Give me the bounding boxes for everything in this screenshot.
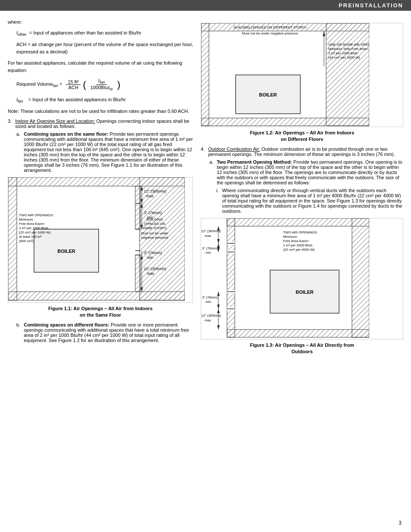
figure-1-2-diagram: BUILDING (SPACES ON DIFFERENT STORY) Mus… bbox=[201, 23, 403, 127]
svg-text:Must not be under negative pre: Must not be under negative pressure bbox=[242, 31, 299, 35]
figure-1-1-diagram: BOILER 12" (305mm) max 3" (76mm) min bbox=[8, 177, 193, 303]
formula-inner-num: Ifan bbox=[97, 78, 107, 85]
svg-rect-59 bbox=[227, 218, 369, 226]
svg-text:Free Area Each=: Free Area Each= bbox=[19, 222, 45, 226]
svg-marker-86 bbox=[217, 309, 220, 313]
svg-marker-82 bbox=[217, 305, 220, 309]
svg-text:BUILDING: BUILDING bbox=[146, 218, 163, 221]
page-content: where: Iother = Input of appliances othe… bbox=[0, 11, 411, 363]
where-label: where: bbox=[8, 19, 193, 26]
item-3b-label: b. bbox=[16, 322, 20, 343]
svg-text:2 in² per 1000 Btuh: 2 in² per 1000 Btuh bbox=[328, 51, 358, 55]
figure-1-3-diagram: BOILER TWO AIR OPENINGS: Minimum Free Ar… bbox=[201, 218, 403, 339]
formula-fraction: 15 ft³ ACH bbox=[66, 79, 80, 90]
formula-inner-den: 1000Btu/hr bbox=[89, 85, 115, 91]
svg-rect-60 bbox=[227, 330, 369, 337]
right-column: BUILDING (SPACES ON DIFFERENT STORY) Mus… bbox=[201, 19, 403, 359]
formula-label: Required Volumefan = bbox=[16, 81, 63, 88]
item-3: 3. Indoor Air Opening Size and Location:… bbox=[8, 118, 193, 129]
fan-intro: For fan assisted appliances, calculate t… bbox=[8, 59, 193, 74]
svg-text:TWO AIR OPENINGS:: TWO AIR OPENINGS: bbox=[283, 230, 318, 234]
note-text: Note: These calculations are not to be u… bbox=[8, 108, 193, 115]
svg-text:3" (76mm): 3" (76mm) bbox=[202, 246, 218, 250]
item-3b: b. Combining spaces on different floors:… bbox=[16, 322, 193, 343]
var-iother: Iother = Input of appliances other than … bbox=[16, 29, 193, 38]
i-fan-desc: Ifan = Input of the fan assisted applian… bbox=[16, 96, 193, 105]
svg-text:1 in² per 4000 Btuh: 1 in² per 4000 Btuh bbox=[283, 243, 312, 247]
item-4ai-label: i. bbox=[216, 188, 219, 214]
item-4a-block: a. Two Permanent Opening Method: Provide… bbox=[209, 159, 403, 185]
svg-marker-87 bbox=[217, 325, 220, 330]
item-4: 4. Outdoor Combustion Air: Outdoor combu… bbox=[201, 146, 403, 157]
svg-rect-47 bbox=[326, 23, 369, 126]
svg-rect-5 bbox=[135, 186, 140, 229]
close-paren: ) bbox=[117, 80, 120, 90]
item-4ai: i. Where communicating directly or throu… bbox=[216, 188, 403, 214]
svg-text:SAME STORY): SAME STORY) bbox=[143, 226, 167, 230]
svg-text:Free Area Each=: Free Area Each= bbox=[283, 239, 309, 243]
var-ach: ACH = air change per hour (percent of th… bbox=[16, 41, 193, 55]
formula-block: Required Volumefan = 15 ft³ ACH ( Ifan 1… bbox=[16, 78, 193, 91]
figure-1-1-caption: Figure 1.1: Air Openings – All Air from … bbox=[8, 305, 193, 319]
figure-1-3-svg: BOILER TWO AIR OPENINGS: Minimum Free Ar… bbox=[201, 218, 369, 339]
svg-text:3" (76mm): 3" (76mm) bbox=[202, 296, 218, 299]
page-header: PREINSTALLATION bbox=[0, 0, 411, 11]
svg-text:(22 cm² per 1000 W): (22 cm² per 1000 W) bbox=[19, 230, 51, 234]
item-3a-body: Provide two permanent openings communica… bbox=[24, 131, 193, 173]
item-4a: a. Two Permanent Opening Method: Provide… bbox=[209, 159, 403, 185]
page: PREINSTALLATION where: Iother = Input of… bbox=[0, 0, 411, 532]
svg-text:12" (305mm): 12" (305mm) bbox=[144, 189, 166, 193]
svg-text:3" (76mm): 3" (76mm) bbox=[144, 211, 162, 215]
svg-text:Minimum Total Free Area=: Minimum Total Free Area= bbox=[328, 47, 369, 51]
i-fan-label: Ifan = Input of the fan assisted applian… bbox=[16, 96, 193, 105]
item-3a-text: Combining spaces on the same floor: Prov… bbox=[24, 131, 193, 173]
svg-text:min: min bbox=[206, 300, 211, 304]
item-3a-title: Combining spaces on the same floor: bbox=[24, 131, 108, 137]
formula-inner-fraction: Ifan 1000Btu/hr bbox=[89, 78, 115, 91]
formula-denominator: ACH bbox=[66, 85, 80, 90]
svg-text:min: min bbox=[147, 255, 153, 260]
header-title: PREINSTALLATION bbox=[339, 2, 403, 9]
item-4-text: Outdoor Combustion Air: Outdoor combusti… bbox=[208, 146, 403, 157]
item-3-title: Indoor Air Opening Size and Location: bbox=[15, 118, 95, 124]
item-4-num: 4. bbox=[201, 146, 205, 157]
svg-text:Minimum: Minimum bbox=[19, 218, 33, 221]
svg-text:max: max bbox=[205, 318, 211, 322]
figure-1-2-svg: BUILDING (SPACES ON DIFFERENT STORY) Mus… bbox=[201, 23, 369, 127]
svg-text:12" (305mm): 12" (305mm) bbox=[201, 229, 221, 233]
svg-text:12" (305mm): 12" (305mm) bbox=[144, 267, 166, 271]
open-paren: ( bbox=[83, 80, 86, 90]
svg-text:max: max bbox=[147, 271, 155, 276]
item-4ai-block: i. Where communicating directly or throu… bbox=[216, 188, 403, 214]
left-column: where: Iother = Input of appliances othe… bbox=[8, 19, 193, 359]
item-3-num: 3. bbox=[8, 118, 12, 129]
figure-1-1-caption-text: Figure 1.1: Air Openings – All Air from … bbox=[48, 306, 153, 317]
svg-text:Minimum: Minimum bbox=[283, 235, 297, 239]
item-4ai-body: Where communicating directly or through … bbox=[222, 188, 404, 214]
item-3b-title: Combining spaces on different floors: bbox=[24, 322, 111, 327]
item-4a-label: a. bbox=[209, 159, 213, 185]
svg-text:at least 100 in²: at least 100 in² bbox=[19, 235, 42, 239]
svg-rect-3 bbox=[8, 177, 17, 300]
item-4-title: Outdoor Combustion Air: bbox=[208, 146, 260, 152]
svg-rect-61 bbox=[227, 218, 235, 337]
item-3a: a. Combining spaces on the same floor: P… bbox=[16, 131, 193, 173]
svg-rect-46 bbox=[201, 23, 209, 126]
svg-rect-62 bbox=[352, 218, 369, 337]
figure-1-2-caption: Figure 1.2: Air Openings – All Air from … bbox=[201, 130, 403, 143]
svg-text:max: max bbox=[205, 234, 211, 238]
figure-1-1-svg: BOILER 12" (305mm) max 3" (76mm) min bbox=[8, 177, 185, 302]
item-3b-text: Combining spaces on different floors: Pr… bbox=[24, 322, 193, 343]
svg-text:3" (76mm): 3" (76mm) bbox=[144, 251, 162, 255]
formula-numerator: 15 ft³ bbox=[66, 79, 80, 85]
page-number: 3 bbox=[399, 520, 402, 526]
figure-1-3-caption: Figure 1.3: Air Openings – All Air Direc… bbox=[201, 342, 403, 355]
svg-text:(645 cm²): (645 cm²) bbox=[19, 239, 34, 243]
svg-rect-6 bbox=[135, 255, 140, 292]
svg-text:BOILER: BOILER bbox=[57, 249, 75, 254]
svg-marker-55 bbox=[323, 31, 325, 36]
svg-text:BOILER: BOILER bbox=[259, 92, 277, 97]
variables-block: Iother = Input of appliances other than … bbox=[16, 29, 193, 56]
figure-1-2-caption-text: Figure 1.2: Air Openings – All Air from … bbox=[250, 130, 354, 142]
svg-text:max: max bbox=[146, 194, 154, 198]
